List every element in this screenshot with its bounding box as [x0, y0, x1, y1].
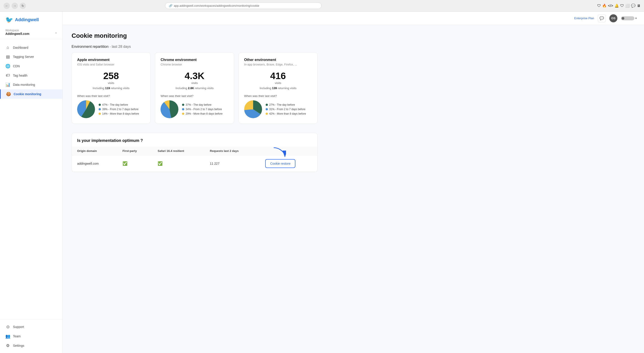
ext-shield-icon: 🛡: [597, 4, 601, 8]
cell-restore: Cookie restore: [260, 155, 317, 172]
back-button[interactable]: ←: [4, 3, 10, 9]
table-row: addingwell.com ✅ ✅ 11 227: [72, 155, 317, 172]
sidebar-item-cookie-monitoring[interactable]: 🍪 Cookie monitoring: [0, 89, 62, 99]
sidebar-item-cdn[interactable]: 🌐 CDN: [0, 61, 62, 71]
sidebar-item-label: Data monitoring: [13, 83, 35, 86]
apple-pie-section: 47% - The day before 39% - From 2 to 7 d…: [77, 100, 145, 118]
safari-check-icon: ✅: [158, 161, 162, 166]
chrome-env-card: Chrome environment Chrome browser 4.3K v…: [155, 52, 234, 124]
other-env-subtitle: In-app browsers, Brave, Edge, Firefox, .…: [244, 63, 312, 66]
sidebar-item-settings[interactable]: ⚙ Settings: [0, 341, 62, 350]
chrome-legend-item-2: 29% - More than 8 days before: [182, 112, 222, 115]
sidebar-item-support[interactable]: ⊙ Support: [0, 322, 62, 332]
implementation-table: Origin domain First-party Safari 16.4 re…: [72, 147, 317, 172]
header-toggle[interactable]: ▾: [621, 16, 637, 20]
forward-button[interactable]: →: [12, 3, 18, 9]
apple-legend-dot-2: [98, 113, 101, 115]
chrome-legend-dot-1: [182, 108, 184, 110]
extension-icons: 🛡 🔥 </> 🔔 🛡 ⬜ 💬 🖥: [597, 3, 640, 8]
enterprise-plan-label[interactable]: Enterprise Plan: [574, 16, 594, 20]
settings-icon: ⚙: [5, 343, 10, 348]
other-env-card: Other environment In-app browsers, Brave…: [238, 52, 318, 124]
apple-legend: 47% - The day before 39% - From 2 to 7 d…: [98, 103, 139, 115]
chrome-visits-number: 4.3K: [160, 71, 228, 81]
sidebar-item-label: Dashboard: [13, 46, 28, 49]
svg-point-8: [249, 105, 258, 114]
chat-button[interactable]: 💬: [598, 14, 606, 22]
ext-monitor-icon: 🖥: [637, 4, 640, 8]
lock-icon: 🔗: [169, 4, 172, 7]
main-content: Cookie monitoring Environment repartitio…: [62, 25, 644, 353]
globe-icon: 🌐: [5, 64, 10, 69]
cell-requests: 11 227: [204, 155, 260, 172]
ext-chat-icon: 💬: [631, 3, 636, 8]
environment-cards: Apple environment iOS visits and Safari …: [72, 52, 318, 124]
sidebar-item-team[interactable]: 👥 Team: [0, 332, 62, 341]
chrome-legend-dot-2: [182, 113, 184, 115]
apple-last-visit-q: When was their last visit?: [77, 94, 145, 98]
app-container: 🐦 Addingwell Workspace Addingwell.com ⌃ …: [0, 12, 644, 353]
cell-first-party: ✅: [117, 155, 152, 172]
impl-header: Is your implementation optimum ?: [72, 133, 317, 143]
other-returning-text: Including 139 returning visits: [244, 86, 312, 90]
sidebar-item-label: Tagging Server: [13, 55, 34, 58]
cookie-restore-button[interactable]: Cookie restore: [265, 159, 296, 168]
data-icon: 📊: [5, 82, 10, 87]
sidebar-item-data-monitoring[interactable]: 📊 Data monitoring: [0, 80, 62, 89]
col-action: [260, 147, 317, 155]
url-text: app.addingwell.com/workspaces/addingwell…: [174, 4, 259, 7]
arrow-annotation: [272, 147, 286, 158]
col-first-party: First-party: [117, 147, 152, 155]
chrome-legend: 37% - The day before 34% - From 2 to 7 d…: [182, 103, 222, 115]
other-env-title: Other environment: [244, 58, 312, 62]
reload-button[interactable]: ↻: [20, 3, 26, 9]
toggle-knob: [622, 17, 624, 20]
apple-legend-dot-1: [98, 108, 101, 110]
chrome-legend-dot-0: [182, 104, 184, 106]
workspace-name: Addingwell.com ⌃: [5, 32, 57, 35]
address-bar[interactable]: 🔗 app.addingwell.com/workspaces/addingwe…: [165, 2, 322, 9]
apple-env-title: Apple environment: [77, 58, 145, 62]
first-party-check-icon: ✅: [122, 161, 128, 166]
apple-visits-number: 258: [77, 71, 145, 81]
cell-domain: addingwell.com: [72, 155, 117, 172]
section1-title: Environment repartition - last 28 days: [72, 45, 318, 49]
team-icon: 👥: [5, 334, 10, 339]
chrome-pie-section: 37% - The day before 34% - From 2 to 7 d…: [160, 100, 228, 118]
server-icon: ▤: [5, 54, 10, 59]
sidebar-item-tag-health[interactable]: 🏷 Tag health: [0, 71, 62, 80]
ext-shield2-icon: 🛡: [620, 4, 624, 8]
apple-env-subtitle: iOS visits and Safari browser: [77, 63, 145, 66]
other-pie-chart: [244, 100, 262, 118]
sidebar-item-tagging-server[interactable]: ▤ Tagging Server: [0, 52, 62, 61]
cell-safari: ✅: [152, 155, 204, 172]
home-icon: ⌂: [5, 45, 10, 50]
browser-chrome: ← → ↻ 🔗 app.addingwell.com/workspaces/ad…: [0, 0, 644, 12]
other-legend: 27% - The day before 31% - From 2 to 7 d…: [266, 103, 306, 115]
sidebar-item-label: Settings: [13, 344, 24, 348]
implementation-section: Is your implementation optimum ? Origin …: [72, 133, 318, 172]
chrome-visits-label: visits: [160, 81, 228, 85]
ext-bell-icon: 🔔: [614, 3, 619, 8]
chevron-icon: ⌃: [55, 32, 57, 35]
workspace-label: Workspace: [5, 29, 57, 32]
sidebar-item-dashboard[interactable]: ⌂ Dashboard: [0, 43, 62, 52]
chrome-pie-chart: [160, 100, 178, 118]
sidebar-nav: ⌂ Dashboard ▤ Tagging Server 🌐 CDN 🏷 Tag…: [0, 39, 62, 319]
chrome-last-visit-q: When was their last visit?: [160, 94, 228, 98]
chrome-returning-text: Including 2.8K returning visits: [160, 86, 228, 90]
apple-returning-text: Including 119 returning visits: [77, 86, 145, 90]
logo-text: Addingwell: [15, 17, 39, 22]
apple-visits-label: visits: [77, 81, 145, 85]
other-legend-item-0: 27% - The day before: [266, 103, 306, 106]
apple-pie-chart: [77, 100, 95, 118]
tag-icon: 🏷: [5, 73, 10, 78]
sidebar-item-label: Team: [13, 335, 20, 338]
workspace-section[interactable]: Workspace Addingwell.com ⌃: [0, 27, 62, 39]
svg-point-2: [82, 105, 90, 114]
toggle-bar: [621, 16, 634, 20]
chevron-down-icon: ▾: [635, 16, 637, 20]
sidebar-item-label: CDN: [13, 64, 20, 68]
impl-title: Is your implementation optimum ?: [77, 138, 312, 143]
chrome-legend-item-1: 34% - From 2 to 7 days before: [182, 108, 222, 111]
